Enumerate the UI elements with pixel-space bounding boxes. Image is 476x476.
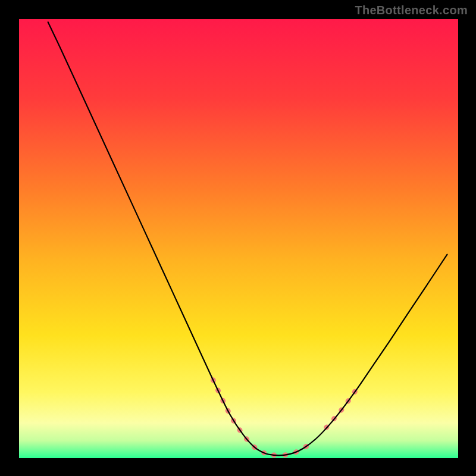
bottleneck-chart	[0, 0, 476, 476]
watermark-label: TheBottleneck.com	[355, 4, 468, 17]
plot-background	[19, 19, 458, 458]
chart-stage: TheBottleneck.com	[0, 0, 476, 476]
